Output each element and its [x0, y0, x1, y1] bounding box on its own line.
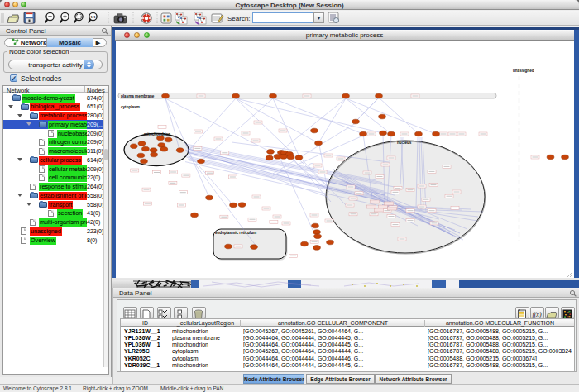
svg-text:nucleus: nucleus: [397, 141, 412, 145]
svg-text:endoplasmic reticulum: endoplasmic reticulum: [215, 231, 256, 235]
svg-text:plasma membrane: plasma membrane: [121, 94, 155, 98]
svg-text:cytoplasm: cytoplasm: [121, 105, 140, 109]
svg-text:1:1: 1:1: [90, 15, 96, 19]
svg-text:mitochondrion: mitochondrion: [144, 132, 170, 136]
svg-text:f(x): f(x): [532, 311, 541, 318]
svg-text:unassigned: unassigned: [513, 69, 534, 73]
